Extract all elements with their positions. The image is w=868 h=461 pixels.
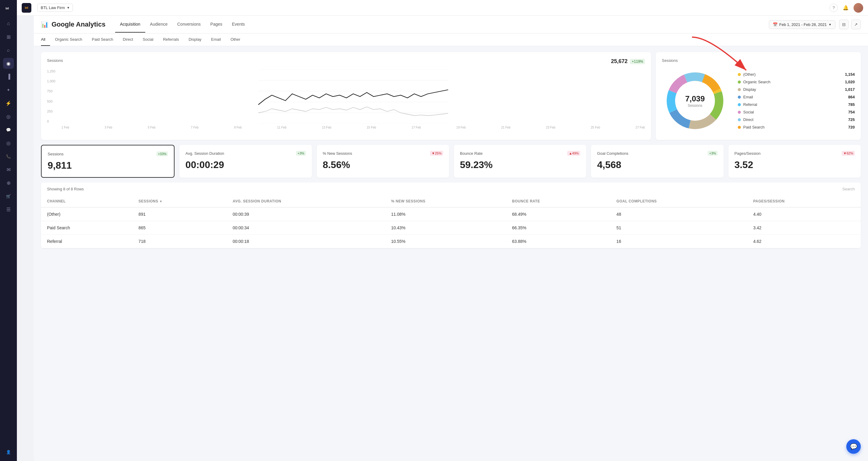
metric-bounce-rate[interactable]: Bounce Rate ▲49% 59.23% [454, 145, 586, 178]
firm-selector[interactable]: BTL Law Firm ▼ [37, 4, 73, 12]
columns-icon[interactable]: ⊟ [839, 20, 849, 29]
sidebar-bar-chart-icon[interactable]: ▐ [3, 71, 14, 82]
sidebar-phone-icon[interactable]: 📞 [3, 151, 14, 162]
legend-dot-paid [738, 126, 741, 129]
sub-tab-paid-search[interactable]: Paid Search [87, 33, 118, 46]
table-row[interactable]: Referral 718 00:00:18 10.55% 63.88% 16 4… [41, 235, 861, 248]
page-header: 📊 Google Analytics Acquisition Audience … [34, 16, 868, 33]
metric-goal-change: +3% [708, 151, 717, 156]
sub-tab-referrals[interactable]: Referrals [158, 33, 184, 46]
metric-sessions[interactable]: Sessions +33% 9,811 [41, 145, 175, 178]
sub-tabs: All Organic Search Paid Search Direct So… [34, 33, 868, 46]
cell-bounce-rate: 63.88% [506, 235, 610, 248]
table-search-hint[interactable]: Search [842, 187, 855, 191]
y-axis: 1,250 1,000 750 500 250 0 [47, 69, 59, 129]
sub-tab-organic-search[interactable]: Organic Search [50, 33, 87, 46]
donut-chart-wrapper: 7,039 Sessions [662, 67, 728, 134]
sub-tab-direct[interactable]: Direct [118, 33, 138, 46]
legend-other: (Other) 1,154 [738, 72, 855, 77]
sidebar-dot-icon[interactable]: ◎ [3, 111, 14, 122]
cell-bounce-rate: 66.35% [506, 221, 610, 235]
sidebar-target-icon[interactable]: ◎ [3, 138, 14, 148]
chat-button[interactable]: 💬 [846, 439, 861, 454]
cell-sessions: 865 [133, 221, 227, 235]
share-icon[interactable]: ↗ [851, 20, 861, 29]
col-new-sessions[interactable]: % NEW SESSIONS [385, 196, 506, 207]
date-range-picker[interactable]: 📅 Feb 1, 2021 - Feb 28, 2021 ▼ [769, 20, 835, 29]
legend-label-organic: Organic Search [743, 80, 842, 84]
chevron-down-icon: ▼ [67, 6, 70, 9]
tab-audience[interactable]: Audience [145, 16, 173, 33]
header-right: 📅 Feb 1, 2021 - Feb 28, 2021 ▼ ⊟ ↗ [769, 20, 861, 29]
sidebar-cart-icon[interactable]: 🛒 [3, 191, 14, 202]
sub-tab-all[interactable]: All [41, 33, 50, 46]
sidebar-chat-icon[interactable]: 💬 [3, 124, 14, 135]
table-row[interactable]: Paid Search 865 00:00:34 10.43% 66.35% 5… [41, 221, 861, 235]
avatar[interactable] [854, 3, 863, 13]
tab-acquisition[interactable]: Acquisition [115, 16, 145, 33]
metric-duration-value: 00:00:29 [185, 159, 306, 170]
cell-pages-session: 4.62 [747, 235, 861, 248]
col-bounce-rate[interactable]: BOUNCE RATE [506, 196, 610, 207]
legend-dot-referral [738, 103, 741, 106]
line-chart-stats: 25,672 +119% [611, 58, 645, 64]
sub-tab-other[interactable]: Other [226, 33, 245, 46]
sessions-line-chart-card: Sessions 25,672 +119% 1,250 1,000 750 50… [41, 52, 651, 140]
cell-pages-session: 4.40 [747, 207, 861, 221]
col-channel[interactable]: CHANNEL [41, 196, 133, 207]
metric-new-sessions[interactable]: % New Sessions ▼25% 8.56% [317, 145, 449, 178]
analytics-table: CHANNEL SESSIONS ▼ AVG. SESSION DURATION… [41, 196, 861, 248]
tab-pages[interactable]: Pages [206, 16, 227, 33]
x-axis: 1 Feb 3 Feb 5 Feb 7 Feb 9 Feb 11 Feb 13 … [61, 126, 645, 129]
col-avg-duration[interactable]: AVG. SESSION DURATION [227, 196, 385, 207]
sidebar-star-icon[interactable]: ✦ [3, 84, 14, 95]
legend-dot-email [738, 96, 741, 99]
x-label: 23 Feb [546, 126, 555, 129]
legend-value-organic: 1,020 [845, 80, 855, 84]
notification-icon[interactable]: 🔔 [843, 5, 849, 10]
cell-avg-duration: 00:00:34 [227, 221, 385, 235]
legend-display: Display 1,017 [738, 87, 855, 92]
table-body: (Other) 891 00:00:39 11.08% 68.49% 48 4.… [41, 207, 861, 248]
sidebar-search-icon[interactable]: ⌕ [3, 45, 14, 56]
metric-goal-completions[interactable]: Goal Completions +3% 4,568 [591, 145, 723, 178]
sidebar-analytics-icon[interactable]: ◉ [3, 58, 14, 69]
table-row[interactable]: (Other) 891 00:00:39 11.08% 68.49% 48 4.… [41, 207, 861, 221]
logo: btl [2, 4, 12, 13]
legend-direct: Direct 725 [738, 117, 855, 122]
metric-pages-session[interactable]: Pages/Session ▼62% 3.52 [728, 145, 861, 178]
legend-dot-social [738, 111, 741, 114]
help-icon[interactable]: ? [830, 4, 838, 12]
col-sessions[interactable]: SESSIONS ▼ [133, 196, 227, 207]
sidebar-user-icon[interactable]: 👤 [3, 446, 14, 457]
legend-referral: Referral 785 [738, 102, 855, 107]
sidebar-location-icon[interactable]: ⊕ [3, 177, 14, 188]
sidebar-mail-icon[interactable]: ✉ [3, 164, 14, 175]
col-goal-completions[interactable]: GOAL COMPLETIONS [610, 196, 747, 207]
legend-label-paid: Paid Search [743, 125, 846, 129]
x-label: 11 Feb [277, 126, 286, 129]
metric-avg-duration[interactable]: Avg. Session Duration +3% 00:00:29 [179, 145, 312, 178]
topbar-right: ? 🔔 [830, 3, 863, 13]
tab-events[interactable]: Events [227, 16, 250, 33]
sidebar-grid-icon[interactable]: ⊞ [3, 31, 14, 42]
col-pages-session[interactable]: PAGES/SESSION [747, 196, 861, 207]
metric-goal-name: Goal Completions [597, 151, 628, 156]
legend-label-other: (Other) [743, 72, 842, 77]
sub-tab-email[interactable]: Email [206, 33, 226, 46]
cell-avg-duration: 00:00:18 [227, 235, 385, 248]
tab-conversions[interactable]: Conversions [173, 16, 206, 33]
donut-legend: (Other) 1,154 Organic Search 1,020 Displ… [738, 72, 855, 129]
cell-channel: (Other) [41, 207, 133, 221]
sidebar-list-icon[interactable]: ☰ [3, 204, 14, 215]
cell-pages-session: 3.42 [747, 221, 861, 235]
y-label-0: 0 [47, 119, 59, 123]
sidebar-lightning-icon[interactable]: ⚡ [3, 98, 14, 109]
sub-tab-social[interactable]: Social [138, 33, 158, 46]
sidebar: btl ⌂ ⊞ ⌕ ◉ ▐ ✦ ⚡ ◎ 💬 ◎ 📞 ✉ ⊕ 🛒 ☰ 👤 [0, 0, 17, 461]
legend-dot-other [738, 73, 741, 76]
sidebar-home-icon[interactable]: ⌂ [3, 18, 14, 29]
legend-social: Social 754 [738, 110, 855, 114]
sub-tab-display[interactable]: Display [184, 33, 207, 46]
calendar-icon: 📅 [773, 22, 778, 27]
